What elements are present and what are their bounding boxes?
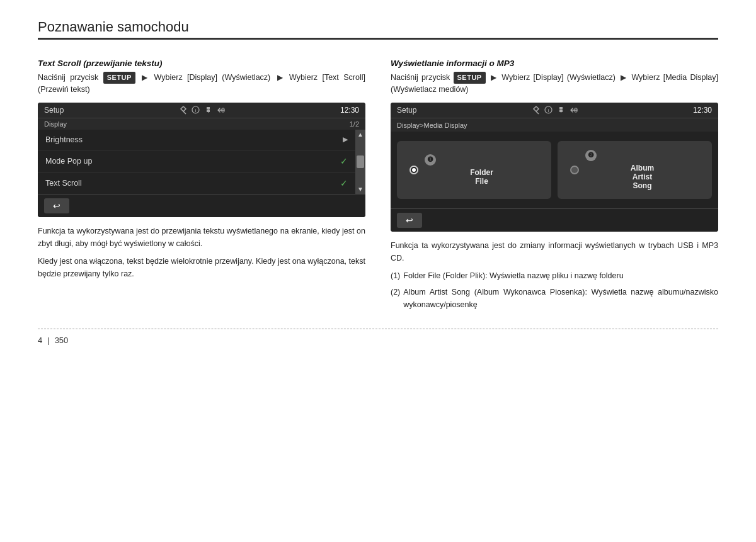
mp3-option2-label1: Album xyxy=(585,164,699,172)
list-item-2: (2) Album Artist Song (Album Wykonawca P… xyxy=(391,286,718,311)
mp3-option1-number: ❶ xyxy=(425,154,436,166)
footer-page-num: 4 xyxy=(38,336,42,345)
right-screen-mockup: Setup i xyxy=(391,103,718,232)
menu-item-textscroll-label: Text Scroll xyxy=(45,179,82,188)
left-setup-badge: SETUP xyxy=(103,72,135,84)
right-screen-time: 12:30 xyxy=(693,106,712,115)
right-setup-badge: SETUP xyxy=(454,72,486,84)
mp3-option-album[interactable]: ❷ Album Artist Song xyxy=(558,141,712,199)
right-screen-title: Setup xyxy=(397,106,416,115)
left-screen-breadcrumb: Display xyxy=(44,120,67,128)
left-screen-time: 12:30 xyxy=(340,106,359,115)
left-menu-list: Brightness ▶ Mode Pop up ✓ Text Scroll ✓ xyxy=(38,130,355,194)
page-footer: 4 | 350 xyxy=(38,329,718,345)
left-screen-page: 1/2 xyxy=(350,120,359,128)
info-icon: i xyxy=(192,106,200,115)
list-item-2-num: (2) xyxy=(391,286,400,298)
left-back-button[interactable]: ↩ xyxy=(44,198,69,213)
right-back-icon xyxy=(570,106,578,115)
right-section-title: Wyświetlanie informacji o MP3 xyxy=(391,59,718,68)
scroll-thumb xyxy=(357,155,364,168)
left-instr-prefix: Naciśnij przycisk xyxy=(38,73,98,82)
left-screen-mockup: Setup i xyxy=(38,103,365,217)
right-list: (1) Folder File (Folder Plik): Wyświetla… xyxy=(391,269,718,311)
mp3-option2-radio[interactable] xyxy=(570,166,579,174)
footer-separator: | xyxy=(47,336,49,345)
left-body-text-2: Kiedy jest ona włączona, tekst będzie wi… xyxy=(38,255,365,280)
menu-item-brightness[interactable]: Brightness ▶ xyxy=(38,130,355,150)
menu-item-brightness-label: Brightness xyxy=(45,135,83,144)
mp3-option1-content: ❶ Folder File xyxy=(425,154,539,186)
right-arrow2: ▶ xyxy=(621,72,626,84)
page-header: Poznawanie samochodu xyxy=(38,19,718,40)
menu-item-mode-label: Mode Pop up xyxy=(45,157,92,166)
usb-icon xyxy=(204,106,213,115)
back-icon xyxy=(217,106,226,115)
textscroll-check-icon: ✓ xyxy=(340,178,348,188)
scroll-down-icon[interactable]: ▼ xyxy=(357,186,364,193)
list-item-1-text: Folder File (Folder Plik): Wyświetla naz… xyxy=(403,269,623,282)
left-arrow2: ▶ xyxy=(277,72,283,84)
brightness-arrow-icon: ▶ xyxy=(343,135,348,144)
menu-item-text-scroll[interactable]: Text Scroll ✓ xyxy=(38,172,355,194)
mp3-option1-label1: Folder xyxy=(425,168,539,177)
mode-check-icon: ✓ xyxy=(340,156,348,166)
left-scrollbar[interactable]: ▲ ▼ xyxy=(355,130,365,194)
mp3-option1-label2: File xyxy=(425,177,539,186)
mp3-option2-number: ❷ xyxy=(585,150,597,161)
mp3-option2-label2: Artist xyxy=(585,172,699,181)
left-column: Text Scroll (przewijanie tekstu) Naciśni… xyxy=(38,59,365,316)
right-instruction: Naciśnij przycisk SETUP ▶ Wybierz [Displ… xyxy=(391,72,718,96)
bluetooth-icon xyxy=(179,106,188,115)
left-instruction: Naciśnij przycisk SETUP ▶ Wybierz [Displ… xyxy=(38,72,365,96)
list-item-1-num: (1) xyxy=(391,269,400,282)
right-bluetooth-icon xyxy=(532,106,541,115)
mp3-option2-content: ❷ Album Artist Song xyxy=(585,150,699,190)
right-usb-icon xyxy=(557,106,566,115)
right-info-icon: i xyxy=(544,106,553,115)
mp3-option2-label3: Song xyxy=(585,181,699,190)
right-screen-footer: ↩ xyxy=(391,208,718,232)
page-title: Poznawanie samochodu xyxy=(38,19,718,35)
svg-text:i: i xyxy=(548,108,549,113)
left-section-title: Text Scroll (przewijanie tekstu) xyxy=(38,59,365,68)
left-arrow1: ▶ xyxy=(142,72,147,84)
footer-page-num2: 350 xyxy=(55,336,69,345)
svg-text:i: i xyxy=(195,108,197,113)
list-item-2-text: Album Artist Song (Album Wykonawca Piose… xyxy=(403,286,718,311)
right-screen-icons: i xyxy=(532,106,578,115)
left-screen-header: Setup i xyxy=(38,103,365,118)
page-container: Poznawanie samochodu Text Scroll (przewi… xyxy=(0,0,756,358)
right-body-text-1: Funkcja ta wykorzystywana jest do zmiany… xyxy=(391,239,718,264)
list-item-1: (1) Folder File (Folder Plik): Wyświetla… xyxy=(391,269,718,282)
right-instr-step1: Wybierz [Display] (Wyświetlacz) xyxy=(501,73,616,82)
right-arrow1: ▶ xyxy=(491,72,496,84)
mp3-options-container: ❶ Folder File ❷ Album xyxy=(391,132,718,208)
right-back-button[interactable]: ↩ xyxy=(397,213,422,228)
mp3-option1-radio[interactable] xyxy=(410,166,418,174)
menu-item-mode-popup[interactable]: Mode Pop up ✓ xyxy=(38,150,355,172)
content-columns: Text Scroll (przewijanie tekstu) Naciśni… xyxy=(38,59,718,316)
left-instr-step1: Wybierz [Display] (Wyświetlacz) xyxy=(154,73,271,82)
left-body-text-1: Funkcja ta wykorzystywana jest do przewi… xyxy=(38,225,365,250)
left-screen-title: Setup xyxy=(44,106,64,115)
right-instr-prefix: Naciśnij przycisk xyxy=(391,73,450,82)
left-menu-container: Brightness ▶ Mode Pop up ✓ Text Scroll ✓ xyxy=(38,130,365,194)
right-column: Wyświetlanie informacji o MP3 Naciśnij p… xyxy=(391,59,718,316)
scroll-up-icon[interactable]: ▲ xyxy=(357,131,364,138)
left-screen-icons: i xyxy=(179,106,226,115)
mp3-option-folder[interactable]: ❶ Folder File xyxy=(397,141,551,199)
right-screen-breadcrumb: Display>Media Display xyxy=(397,121,467,129)
left-screen-footer: ↩ xyxy=(38,194,365,217)
right-screen-header: Setup i xyxy=(391,103,718,118)
